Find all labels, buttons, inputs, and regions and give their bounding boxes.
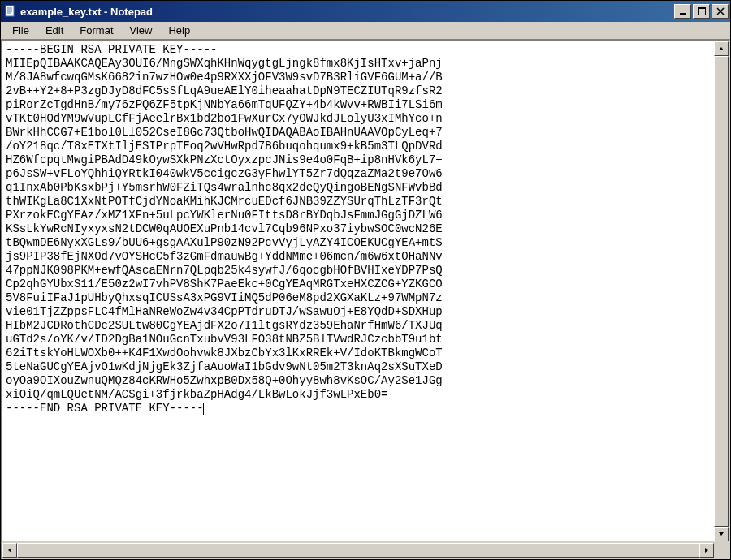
window-title: example_key.txt - Notepad (20, 6, 673, 18)
window-controls (673, 4, 729, 19)
bottom-scroll-row (1, 543, 730, 559)
scroll-track-horizontal[interactable] (17, 543, 699, 558)
scroll-thumb-vertical[interactable] (714, 56, 729, 527)
menubar: File Edit Format View Help (1, 22, 730, 40)
menu-file[interactable]: File (4, 23, 37, 38)
vertical-scrollbar[interactable] (714, 41, 729, 541)
menu-format[interactable]: Format (71, 23, 121, 38)
maximize-button[interactable] (693, 4, 710, 19)
text-editor[interactable]: -----BEGIN RSA PRIVATE KEY----- MIIEpQIB… (2, 41, 714, 541)
scroll-track-vertical[interactable] (714, 56, 729, 527)
menu-help[interactable]: Help (160, 23, 198, 38)
minimize-button[interactable] (674, 4, 691, 19)
text-caret (203, 403, 204, 415)
titlebar[interactable]: example_key.txt - Notepad (1, 1, 730, 22)
horizontal-scrollbar[interactable] (2, 543, 714, 558)
scroll-thumb-horizontal[interactable] (17, 543, 699, 558)
client-area: -----BEGIN RSA PRIVATE KEY----- MIIEpQIB… (1, 40, 730, 543)
menu-view[interactable]: View (122, 23, 161, 38)
scroll-corner (714, 543, 729, 558)
svg-rect-7 (698, 7, 706, 9)
notepad-icon (4, 5, 17, 18)
scroll-down-button[interactable] (714, 527, 729, 541)
scroll-left-button[interactable] (2, 543, 17, 558)
scroll-up-button[interactable] (714, 41, 729, 56)
menu-edit[interactable]: Edit (37, 23, 71, 38)
scroll-right-button[interactable] (699, 543, 714, 558)
close-button[interactable] (712, 4, 729, 19)
svg-rect-5 (680, 13, 686, 15)
notepad-window: example_key.txt - Notepad File Edit Form… (0, 0, 731, 560)
